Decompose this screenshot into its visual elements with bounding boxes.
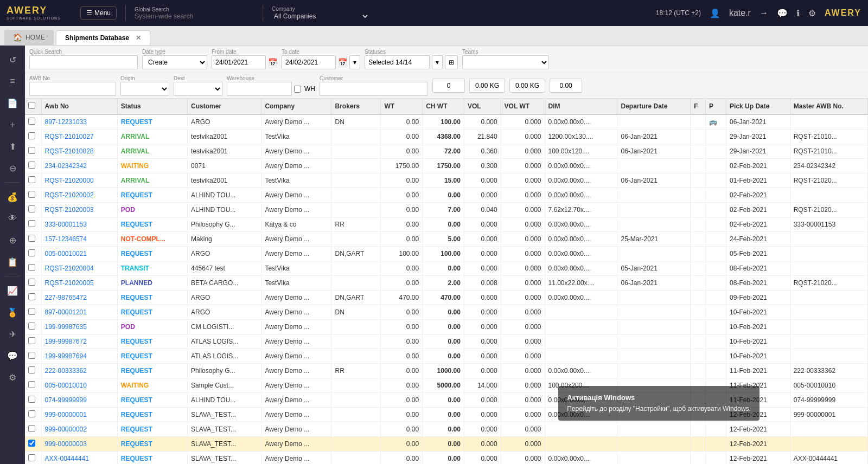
row-checkbox[interactable]	[28, 308, 35, 315]
table-row[interactable]: 999-00000002 REQUEST SLAVA_TEST... Awery…	[25, 422, 868, 437]
row-checkbox-cell[interactable]	[25, 114, 41, 130]
menu-button[interactable]: ☰ Menu	[80, 7, 117, 20]
row-checkbox[interactable]	[28, 264, 35, 271]
row-checkbox-cell[interactable]	[25, 364, 41, 378]
row-checkbox-cell[interactable]	[25, 452, 41, 465]
row-checkbox[interactable]	[28, 440, 35, 447]
table-row[interactable]: 199-99987694 REQUEST ATLAS LOGIS... Awer…	[25, 349, 868, 364]
awb-no-input[interactable]	[29, 82, 116, 96]
table-row[interactable]: 157-12346574 NOT-COMPL... Making Awery D…	[25, 232, 868, 247]
row-checkbox-cell[interactable]	[25, 144, 41, 159]
row-checkbox[interactable]	[28, 352, 35, 359]
sidebar-plus-circle-icon[interactable]: ⊕	[3, 230, 22, 250]
sidebar-eye-icon[interactable]: 👁	[3, 209, 22, 228]
dest-select[interactable]	[174, 82, 222, 96]
teams-select[interactable]	[462, 55, 549, 69]
tab-shipments[interactable]: Shipments Database ✕	[56, 30, 150, 45]
row-checkbox-cell[interactable]	[25, 393, 41, 408]
table-row[interactable]: 005-00010021 REQUEST ARGO Awery Demo ...…	[25, 247, 868, 261]
table-row[interactable]: RQST-21010027 ARRIVAL testvika2001 TestV…	[25, 130, 868, 144]
from-date-calendar-icon[interactable]: 📅	[268, 58, 277, 67]
origin-select[interactable]	[120, 82, 169, 96]
row-checkbox-cell[interactable]	[25, 320, 41, 334]
user-icon[interactable]: 👤	[710, 8, 720, 18]
row-checkbox[interactable]	[28, 323, 35, 330]
row-checkbox[interactable]	[28, 132, 35, 139]
sidebar-badge-icon[interactable]: 🏅	[3, 302, 22, 322]
row-checkbox[interactable]	[28, 118, 35, 125]
row-checkbox[interactable]	[28, 235, 35, 242]
date-type-select[interactable]: Create	[142, 55, 207, 69]
sidebar-chart-icon[interactable]: 📈	[3, 281, 22, 300]
row-checkbox[interactable]	[28, 191, 35, 198]
row-checkbox[interactable]	[28, 425, 35, 432]
sidebar-remove-icon[interactable]: ⊖	[3, 158, 22, 178]
row-checkbox-cell[interactable]	[25, 261, 41, 276]
sidebar-filter-icon[interactable]: ≡	[3, 72, 22, 91]
info-icon[interactable]: ℹ	[796, 8, 800, 18]
table-row[interactable]: 333-00001153 REQUEST Philosophy G... Kat…	[25, 217, 868, 232]
from-date-input[interactable]	[212, 55, 266, 69]
table-row[interactable]: RQST-21010028 ARRIVAL testvika2001 Awery…	[25, 144, 868, 159]
row-checkbox[interactable]	[28, 205, 35, 212]
row-checkbox-cell[interactable]	[25, 232, 41, 247]
row-checkbox[interactable]	[28, 162, 35, 169]
row-checkbox-cell[interactable]	[25, 408, 41, 422]
sidebar-plane-icon[interactable]: ✈	[3, 324, 22, 344]
sidebar-clipboard-icon[interactable]: 📋	[3, 252, 22, 272]
table-row[interactable]: 999-00000001 REQUEST SLAVA_TEST... Awery…	[25, 408, 868, 422]
sidebar-finance-icon[interactable]: 💰	[3, 187, 22, 207]
col-pickup[interactable]: Pick Up Date	[726, 99, 790, 114]
select-all-checkbox[interactable]	[28, 102, 35, 109]
select-all-header[interactable]	[25, 99, 41, 114]
table-row[interactable]: 199-99987635 POD CM LOGISTI... Awery Dem…	[25, 320, 868, 334]
table-row[interactable]: RQST-21020004 TRANSIT 445647 test TestVi…	[25, 261, 868, 276]
table-row[interactable]: 222-00333362 REQUEST Philosophy G... Awe…	[25, 364, 868, 378]
row-checkbox-cell[interactable]	[25, 130, 41, 144]
table-row[interactable]: 234-02342342 WAITING 0071 Awery Demo ...…	[25, 159, 868, 173]
row-checkbox[interactable]	[28, 396, 35, 403]
row-checkbox[interactable]	[28, 220, 35, 227]
to-date-calendar-icon[interactable]: 📅	[338, 58, 347, 67]
col-company[interactable]: Company	[261, 99, 331, 114]
customer-input[interactable]	[320, 82, 428, 96]
sidebar-chat-icon[interactable]: 💬	[3, 346, 22, 365]
row-checkbox[interactable]	[28, 337, 35, 344]
logout-icon[interactable]: →	[760, 8, 768, 18]
row-checkbox[interactable]	[28, 454, 35, 461]
to-date-extra-btn[interactable]: ▾	[349, 55, 360, 69]
row-checkbox-cell[interactable]	[25, 422, 41, 437]
row-checkbox-cell[interactable]	[25, 217, 41, 232]
row-checkbox[interactable]	[28, 293, 35, 300]
col-customer[interactable]: Customer	[188, 99, 261, 114]
company-select[interactable]: All Companies	[272, 12, 369, 21]
tab-close-icon[interactable]: ✕	[136, 34, 141, 42]
row-checkbox[interactable]	[28, 381, 35, 388]
table-row[interactable]: 999-00000003 REQUEST SLAVA_TEST... Awery…	[25, 437, 868, 452]
chat-icon[interactable]: 💬	[777, 8, 788, 18]
row-checkbox[interactable]	[28, 176, 35, 183]
col-depdate[interactable]: Departure Date	[617, 99, 691, 114]
col-awb[interactable]: Awb No	[41, 99, 117, 114]
col-brokers[interactable]: Brokers	[331, 99, 381, 114]
table-row[interactable]: 897-00001201 REQUEST ARGO Awery Demo ...…	[25, 305, 868, 320]
row-checkbox-cell[interactable]	[25, 437, 41, 452]
col-vol[interactable]: VOL	[464, 99, 501, 114]
row-checkbox-cell[interactable]	[25, 188, 41, 203]
table-row[interactable]: RQST-21020000 ARRIVAL testvika2001 TestV…	[25, 173, 868, 188]
table-row[interactable]: 005-00010010 WAITING Sample Cust... Awer…	[25, 378, 868, 393]
sidebar-add-icon[interactable]: ＋	[3, 115, 22, 134]
sidebar-docs-icon[interactable]: 📄	[3, 93, 22, 113]
table-row[interactable]: 227-98765472 REQUEST ARGO Awery Demo ...…	[25, 291, 868, 305]
row-checkbox-cell[interactable]	[25, 159, 41, 173]
table-row[interactable]: AXX-00444441 REQUEST SLAVA_TEST... Awery…	[25, 452, 868, 465]
row-checkbox-cell[interactable]	[25, 291, 41, 305]
row-checkbox-cell[interactable]	[25, 247, 41, 261]
row-checkbox-cell[interactable]	[25, 276, 41, 291]
col-chwt[interactable]: CH WT	[423, 99, 464, 114]
global-search-input[interactable]	[135, 12, 254, 20]
table-row[interactable]: 897-12231033 REQUEST ARGO Awery Demo ...…	[25, 114, 868, 130]
wh-checkbox[interactable]	[294, 86, 301, 93]
col-dim[interactable]: DIM	[545, 99, 617, 114]
row-checkbox[interactable]	[28, 279, 35, 286]
